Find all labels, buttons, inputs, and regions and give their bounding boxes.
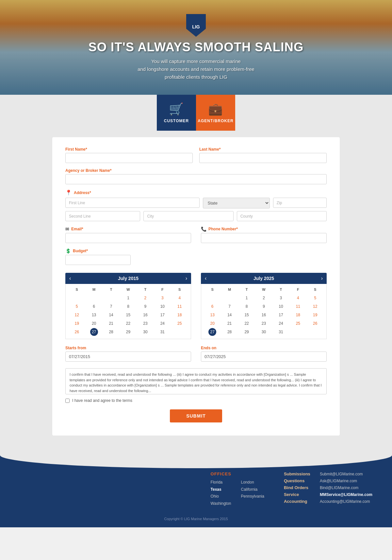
phone-input[interactable]	[201, 233, 327, 243]
cal-day[interactable]: 3	[277, 294, 285, 302]
cal-day[interactable]: 29	[124, 328, 132, 336]
contact-row: ✉ Email* 📞 Phone Number*	[65, 226, 327, 243]
cal-right-next[interactable]: ›	[321, 275, 323, 281]
cal-day[interactable]: 19	[73, 320, 81, 327]
cal-day[interactable]: 13	[208, 311, 216, 319]
cal-day[interactable]: 3	[158, 294, 166, 302]
cal-day[interactable]: 5	[311, 294, 319, 302]
cal-day-selected-right[interactable]: 27	[208, 328, 216, 336]
cal-day[interactable]: 4	[294, 294, 302, 302]
footer: OFFICES Florida Texas Ohio Washington Lo…	[0, 449, 392, 527]
terms-checkbox[interactable]	[65, 399, 70, 403]
cal-day[interactable]: 11	[176, 303, 184, 310]
cal-day[interactable]: 6	[208, 303, 216, 310]
cal-day[interactable]: 1	[124, 294, 132, 302]
cal-day[interactable]: 8	[243, 303, 251, 310]
cal-day[interactable]: 14	[226, 311, 234, 319]
cal-day[interactable]: 23	[260, 320, 268, 327]
cal-day[interactable]: 28	[226, 328, 234, 336]
cal-day[interactable]: 6	[90, 303, 98, 310]
cal-day[interactable]: 29	[243, 328, 251, 336]
cal-day[interactable]: 12	[73, 311, 81, 319]
cal-right-grid: S M T W T F S 1 2 3 4	[201, 284, 327, 339]
cal-right-prev[interactable]: ‹	[205, 275, 206, 281]
cal-day[interactable]: 7	[107, 303, 115, 310]
second-line-input[interactable]	[65, 211, 140, 221]
cal-day[interactable]: 5	[73, 303, 81, 310]
first-line-input[interactable]	[65, 198, 200, 208]
cal-day[interactable]: 19	[311, 311, 319, 319]
cal-day[interactable]: 16	[260, 311, 268, 319]
address-label: Address*	[74, 190, 91, 195]
cal-day[interactable]: 24	[158, 320, 166, 327]
footer-email-questions: Ask@LIGMarine.com	[320, 479, 357, 483]
agency-input[interactable]	[65, 174, 327, 184]
cal-day[interactable]: 9	[260, 303, 268, 310]
zip-input[interactable]	[273, 198, 327, 208]
first-name-input[interactable]	[65, 153, 193, 163]
budget-input[interactable]	[65, 255, 131, 265]
cal-day[interactable]: 26	[311, 320, 319, 327]
city-input[interactable]	[143, 211, 233, 221]
logo-shield: LIG	[186, 14, 206, 37]
cal-day[interactable]: 18	[294, 311, 302, 319]
cal-day[interactable]: 7	[226, 303, 234, 310]
footer-office-california: California	[241, 486, 264, 493]
cal-day[interactable]: 18	[176, 311, 184, 319]
cal-dow-s2: S	[171, 287, 188, 292]
cal-day[interactable]: 20	[90, 320, 98, 327]
state-select[interactable]: State FLTXCAOH	[203, 198, 270, 208]
cal-day[interactable]: 30	[141, 328, 149, 336]
starts-from-input[interactable]	[65, 352, 191, 362]
ends-on-input[interactable]	[201, 352, 327, 362]
cal-day[interactable]: 31	[158, 328, 166, 336]
email-input[interactable]	[65, 233, 191, 243]
cal-day[interactable]: 14	[107, 311, 115, 319]
cal-day[interactable]: 24	[277, 320, 285, 327]
tab-customer[interactable]: 🛒 CUSTOMER	[157, 95, 196, 131]
cal-day[interactable]: 25	[294, 320, 302, 327]
cal-day[interactable]: 22	[243, 320, 251, 327]
first-line-group	[65, 198, 200, 208]
cal-day[interactable]: 21	[226, 320, 234, 327]
footer-contact-questions: Questions Ask@LIGMarine.com	[284, 478, 372, 483]
cal-day[interactable]: 12	[311, 303, 319, 310]
cal-day[interactable]: 4	[176, 294, 184, 302]
footer-office-ohio: Ohio	[211, 493, 231, 500]
footer-office-washington: Washington	[211, 500, 231, 507]
cal-day[interactable]: 2	[141, 294, 149, 302]
cal-day[interactable]: 30	[260, 328, 268, 336]
cal-day[interactable]: 26	[73, 328, 81, 336]
submit-button[interactable]: SUBMIT	[170, 409, 222, 422]
cal-left-prev[interactable]: ‹	[69, 275, 71, 281]
hero-subtitle-line1: You will capture more commercial marine	[138, 58, 254, 65]
calendar-right: ‹ July 2025 › S M T W T F S	[201, 273, 327, 339]
cal-day[interactable]: 2	[260, 294, 268, 302]
cal-day-selected-left[interactable]: 27	[90, 328, 98, 336]
cal-day[interactable]: 1	[243, 294, 251, 302]
cal-day[interactable]: 25	[176, 320, 184, 327]
cal-day[interactable]: 17	[277, 311, 285, 319]
last-name-input[interactable]	[199, 153, 327, 163]
tab-agent[interactable]: 💼 AGENT/BROKER	[196, 95, 235, 131]
cal-day[interactable]: 15	[124, 311, 132, 319]
cal-day[interactable]: 15	[243, 311, 251, 319]
starts-from-label: Starts from	[65, 346, 191, 350]
cal-day[interactable]: 10	[277, 303, 285, 310]
cal-left-next[interactable]: ›	[186, 275, 187, 281]
cal-day[interactable]: 10	[158, 303, 166, 310]
county-input[interactable]	[237, 211, 327, 221]
cal-day[interactable]: 28	[107, 328, 115, 336]
cal-day[interactable]: 11	[294, 303, 302, 310]
cal-day[interactable]: 22	[124, 320, 132, 327]
cal-day[interactable]: 8	[124, 303, 132, 310]
cal-day[interactable]: 21	[107, 320, 115, 327]
cal-day[interactable]: 23	[141, 320, 149, 327]
hero-subtitle-line3: profitable clients through LIG	[138, 73, 254, 81]
cal-day[interactable]: 13	[90, 311, 98, 319]
cal-day[interactable]: 16	[141, 311, 149, 319]
cal-day[interactable]: 9	[141, 303, 149, 310]
cal-day[interactable]: 17	[158, 311, 166, 319]
cal-day[interactable]: 31	[277, 328, 285, 336]
cal-day[interactable]: 20	[208, 320, 216, 327]
